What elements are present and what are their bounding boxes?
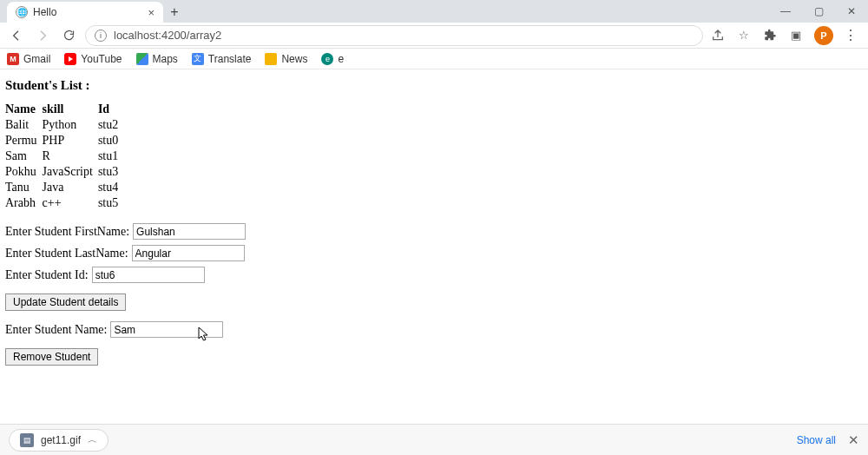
close-icon[interactable]: × (148, 6, 155, 19)
window-controls: — ▢ ✕ (769, 0, 868, 23)
page-content: Student's List : Name skill Id Balit Pyt… (0, 69, 868, 379)
site-info-icon[interactable]: i (95, 30, 107, 42)
page-heading: Student's List : (5, 78, 863, 93)
url-text: localhost:4200/array2 (114, 29, 221, 42)
close-window-button[interactable]: ✕ (835, 0, 868, 23)
bookmark-maps[interactable]: Maps (136, 53, 178, 65)
reload-button[interactable] (59, 26, 78, 45)
bookmarks-bar: M Gmail YouTube Maps 文 Translate News e … (0, 49, 868, 69)
address-bar[interactable]: i localhost:4200/array2 (85, 25, 703, 46)
kebab-menu-icon[interactable]: ⋮ (844, 27, 858, 43)
bookmark-translate[interactable]: 文 Translate (192, 53, 252, 65)
reload-icon (62, 29, 76, 42)
cell-skill: PHP (43, 133, 98, 148)
cell-name: Pokhu (5, 164, 43, 180)
firstname-row: Enter Student FirstName: (5, 223, 863, 240)
cell-name: Balit (5, 117, 43, 133)
share-icon[interactable] (710, 28, 726, 43)
cell-name: Tanu (5, 180, 43, 195)
table-row: Permu PHP stu0 (5, 133, 123, 148)
cell-name: Permu (5, 133, 43, 148)
bookmark-label: News (281, 53, 307, 65)
bookmark-label: YouTube (81, 53, 122, 65)
cell-id: stu2 (98, 117, 123, 133)
toolbar-right: ☆ ▣ P ⋮ (710, 26, 861, 45)
translate-icon: 文 (192, 53, 204, 65)
lastname-label: Enter Student LastName: (5, 247, 128, 260)
bookmark-label: Gmail (23, 53, 50, 65)
extensions-icon[interactable] (762, 28, 778, 43)
profile-avatar[interactable]: P (814, 26, 833, 45)
studentname-label: Enter Student Name: (5, 323, 107, 337)
firstname-label: Enter Student FirstName: (5, 225, 129, 239)
maximize-button[interactable]: ▢ (802, 0, 835, 23)
news-icon (265, 53, 277, 65)
minimize-button[interactable]: — (769, 0, 802, 23)
remove-button[interactable]: Remove Student (5, 348, 98, 366)
cell-id: stu1 (98, 148, 123, 164)
browser-tab[interactable]: 🌐 Hello × (7, 2, 163, 23)
bookmark-e[interactable]: e e (321, 53, 344, 65)
arrow-right-icon (36, 29, 49, 43)
col-name: Name (5, 102, 43, 117)
globe-icon: 🌐 (16, 6, 28, 18)
table-row: Tanu Java stu4 (5, 180, 123, 195)
e-icon: e (321, 53, 333, 65)
new-tab-button[interactable]: + (163, 2, 186, 23)
show-all-link[interactable]: Show all (797, 434, 836, 446)
downloads-shelf: ▤ get11.gif ︿ Show all ✕ (0, 424, 868, 455)
bookmark-news[interactable]: News (265, 53, 307, 65)
firstname-input[interactable] (133, 223, 246, 240)
forward-button[interactable] (33, 26, 52, 45)
cell-name: Arabh (5, 195, 43, 211)
studentname-input[interactable] (110, 321, 223, 338)
download-item[interactable]: ▤ get11.gif ︿ (9, 429, 108, 452)
bookmark-star-icon[interactable]: ☆ (736, 28, 752, 43)
col-skill: skill (43, 102, 98, 117)
col-id: Id (98, 102, 123, 117)
cell-skill: Java (43, 180, 98, 195)
id-input[interactable] (92, 267, 205, 283)
lastname-row: Enter Student LastName: (5, 245, 863, 261)
cell-id: stu3 (98, 164, 123, 180)
file-icon: ▤ (20, 433, 34, 447)
tab-title: Hello (33, 6, 142, 18)
id-row: Enter Student Id: (5, 267, 863, 283)
back-button[interactable] (7, 26, 26, 45)
maps-icon (136, 53, 148, 65)
bookmark-label: e (338, 53, 344, 65)
id-label: Enter Student Id: (5, 268, 89, 282)
table-row: Balit Python stu2 (5, 117, 123, 133)
table-row: Sam R stu1 (5, 148, 123, 164)
table-row: Pokhu JavaScript stu3 (5, 164, 123, 180)
cell-skill: Python (43, 117, 98, 133)
cell-id: stu5 (98, 195, 123, 211)
update-button[interactable]: Update Student details (5, 293, 126, 311)
cell-id: stu0 (98, 133, 123, 148)
lastname-input[interactable] (132, 245, 245, 261)
cell-skill: JavaScript (43, 164, 98, 180)
account-square-icon[interactable]: ▣ (788, 28, 804, 43)
gmail-icon: M (7, 53, 19, 65)
cell-skill: R (43, 148, 98, 164)
youtube-icon (64, 53, 76, 65)
download-filename: get11.gif (41, 434, 81, 446)
studentname-row: Enter Student Name: (5, 321, 863, 338)
chevron-up-icon[interactable]: ︿ (88, 433, 97, 446)
students-table: Name skill Id Balit Python stu2 Permu PH… (5, 102, 123, 211)
bookmark-youtube[interactable]: YouTube (64, 53, 122, 65)
close-shelf-icon[interactable]: ✕ (848, 432, 859, 448)
tab-strip: 🌐 Hello × + — ▢ ✕ (0, 0, 868, 23)
cell-name: Sam (5, 148, 43, 164)
bookmark-label: Translate (208, 53, 252, 65)
bookmark-gmail[interactable]: M Gmail (7, 53, 50, 65)
table-row: Arabh c++ stu5 (5, 195, 123, 211)
arrow-left-icon (10, 29, 23, 43)
cell-skill: c++ (43, 195, 98, 211)
browser-toolbar: i localhost:4200/array2 ☆ ▣ P ⋮ (0, 23, 868, 49)
cell-id: stu4 (98, 180, 123, 195)
bookmark-label: Maps (153, 53, 178, 65)
downloads-right: Show all ✕ (797, 432, 859, 448)
table-header-row: Name skill Id (5, 102, 123, 117)
